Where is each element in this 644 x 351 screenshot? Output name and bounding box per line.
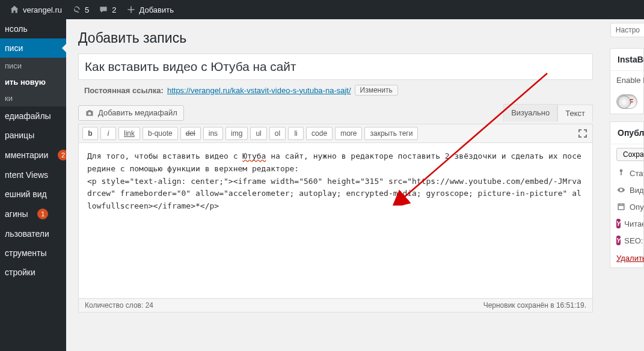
save-draft-button[interactable]: Сохранит: [616, 148, 643, 161]
instabuilder-metabox: InstaBuild Enable Inst OFF: [610, 48, 644, 114]
qt-ol-button[interactable]: ol: [269, 127, 286, 140]
pin-icon: [616, 168, 626, 178]
publish-status-row: Статус: [610, 165, 643, 182]
autosave-status: Черновик сохранён в 16:51:19.: [483, 301, 586, 310]
sidebar-item-users[interactable]: льзователи: [0, 224, 66, 243]
site-name: verangel.ru: [23, 5, 62, 14]
sidebar-item-posts[interactable]: писи: [0, 38, 66, 58]
main-content: Добавить запись Постоянная ссылка: https…: [66, 19, 605, 351]
editor-container: b i link b-quote del ins img ul ol li co…: [78, 124, 593, 299]
publish-readability-row: Y Читаем: [610, 215, 643, 232]
qt-ins-button[interactable]: ins: [203, 127, 223, 140]
word-count: Количество слов: 24: [85, 301, 153, 310]
toolbar-site[interactable]: verangel.ru: [5, 0, 67, 19]
sidebar-item-content-views[interactable]: ntent Views: [0, 165, 66, 185]
comments-badge: 2: [58, 150, 66, 160]
qt-img-button[interactable]: img: [225, 127, 248, 140]
sidebar-item-comments[interactable]: мментарии 2: [0, 145, 66, 165]
eye-icon: [616, 185, 626, 195]
tab-text[interactable]: Текст: [557, 105, 593, 122]
qt-italic-button[interactable]: i: [100, 127, 116, 140]
qt-close-button[interactable]: закрыть теги: [364, 127, 418, 140]
spellcheck-highlight: Ютуба: [242, 151, 266, 160]
instabuilder-toggle[interactable]: OFF: [616, 94, 637, 109]
fullscreen-icon: [577, 127, 589, 139]
editor-status-bar: Количество слов: 24 Черновик сохранён в …: [78, 299, 593, 313]
camera-icon: [85, 108, 94, 118]
toolbar-comments[interactable]: 2: [94, 0, 121, 19]
fullscreen-button[interactable]: [577, 127, 589, 139]
qt-link-button[interactable]: link: [118, 127, 140, 140]
publish-schedule-row: Опубл: [610, 198, 643, 215]
qt-li-button[interactable]: li: [288, 127, 304, 140]
sidebar-item-media[interactable]: едиафайлы: [0, 106, 66, 126]
sidebar-sub-all-posts[interactable]: писи: [0, 58, 66, 74]
publish-visibility-row: Видим: [610, 182, 643, 198]
instabuilder-title: InstaBuild: [610, 49, 643, 71]
add-media-button[interactable]: Добавить медиафайл: [78, 105, 184, 121]
publish-seo-row: Y SEO: Н: [610, 232, 643, 249]
calendar-icon: [616, 202, 626, 212]
post-title-input[interactable]: [78, 53, 593, 80]
refresh-icon: [72, 5, 81, 14]
instabuilder-enable-row: Enable Inst: [610, 71, 643, 90]
quicktags-toolbar: b i link b-quote del ins img ul ol li co…: [79, 124, 592, 143]
home-icon: [10, 5, 19, 14]
toolbar-updates[interactable]: 5: [67, 0, 94, 19]
qt-more-button[interactable]: more: [335, 127, 362, 140]
permalink-label: Постоянная ссылка:: [84, 86, 164, 95]
publish-metabox: Опублико Сохранит Статус Видим Опубл Y Ч…: [610, 121, 644, 268]
sidebar-posts-submenu: писи ить новую ки: [0, 58, 66, 106]
comment-icon: [99, 5, 108, 14]
qt-code-button[interactable]: code: [306, 127, 333, 140]
sidebar-item-appearance[interactable]: ешний вид: [0, 185, 66, 204]
qt-bquote-button[interactable]: b-quote: [143, 127, 178, 140]
move-to-trash-link[interactable]: Удалить: [610, 249, 644, 267]
yoast-icon: Y: [616, 219, 621, 228]
qt-del-button[interactable]: del: [180, 127, 201, 140]
admin-toolbar: verangel.ru 5 2 Добавить: [0, 0, 644, 19]
plus-icon: [126, 5, 136, 14]
content-textarea[interactable]: Для того, чтобы вставить видео с Ютуба н…: [79, 143, 592, 298]
permalink-link[interactable]: https://verangel.ru/kak-vstavit-video-s-…: [167, 86, 351, 95]
sidebar-item-settings[interactable]: стройки: [0, 263, 66, 282]
edit-permalink-button[interactable]: Изменить: [355, 85, 398, 96]
sidebar-item-plugins[interactable]: агины 1: [0, 204, 66, 224]
tab-visual[interactable]: Визуально: [503, 104, 557, 121]
sidebar-item-pages[interactable]: раницы: [0, 126, 66, 145]
admin-sidebar: нсоль писи писи ить новую ки едиафайлы р…: [0, 19, 66, 351]
publish-title: Опублико: [610, 122, 643, 144]
plugins-badge: 1: [37, 209, 48, 219]
post-title-wrap: [78, 53, 593, 80]
screen-options-button[interactable]: Настро: [610, 23, 644, 37]
page-title: Добавить запись: [78, 19, 593, 53]
permalink-row: Постоянная ссылка: https://verangel.ru/k…: [78, 80, 593, 104]
qt-bold-button[interactable]: b: [82, 127, 98, 140]
yoast-icon: Y: [616, 236, 621, 245]
right-sidebar: Настро InstaBuild Enable Inst OFF Опубли…: [605, 19, 644, 351]
sidebar-sub-categories[interactable]: ки: [0, 90, 66, 106]
sidebar-item-dashboard[interactable]: нсоль: [0, 19, 66, 38]
toolbar-add[interactable]: Добавить: [121, 0, 179, 19]
sidebar-item-tools[interactable]: струменты: [0, 243, 66, 263]
qt-ul-button[interactable]: ul: [250, 127, 266, 140]
sidebar-sub-add-new[interactable]: ить новую: [0, 74, 66, 90]
editor-tabs: Визуально Текст: [503, 104, 593, 121]
